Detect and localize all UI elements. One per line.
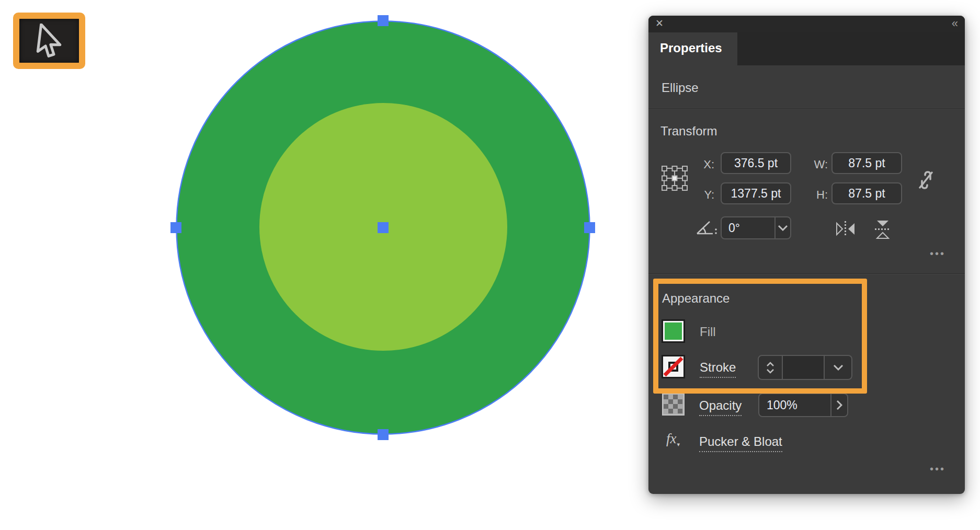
fill-color-swatch[interactable]	[662, 319, 685, 343]
divider	[648, 273, 965, 274]
selection-handle-center[interactable]	[378, 222, 389, 233]
collapse-panel-icon[interactable]: «	[952, 17, 958, 30]
stroke-weight-value[interactable]	[783, 356, 824, 379]
unlink-proportions-icon[interactable]	[914, 168, 938, 192]
reference-point-locator[interactable]	[662, 166, 688, 191]
selection-tool-button[interactable]	[19, 19, 79, 63]
selection-handle-top[interactable]	[378, 15, 389, 26]
appearance-section-title: Appearance	[662, 291, 730, 306]
stroke-weight-dropdown-icon[interactable]	[825, 356, 851, 379]
flip-horizontal-icon[interactable]	[836, 221, 856, 237]
h-field-label: H:	[805, 188, 828, 202]
x-field-label: X:	[694, 158, 714, 171]
stroke-weight-widget[interactable]	[758, 355, 852, 380]
rotation-angle-icon	[696, 221, 718, 235]
transform-more-options-button[interactable]: •••	[930, 248, 945, 260]
close-icon[interactable]: ✕	[655, 17, 664, 29]
height-input[interactable]: 87.5 pt	[831, 182, 902, 204]
fx-effect-icon[interactable]: fx▾	[666, 431, 680, 448]
selection-handle-bottom[interactable]	[378, 429, 389, 440]
properties-panel: ✕ « Properties Ellipse Transform X: 376.…	[648, 16, 965, 494]
rotation-angle-value: 0°	[722, 217, 774, 238]
divider	[648, 109, 965, 110]
stroke-weight-stepper[interactable]	[759, 356, 782, 379]
panel-header-bar: ✕ «	[648, 16, 965, 32]
effect-pucker-bloat-link[interactable]: Pucker & Bloat	[699, 434, 782, 452]
tab-properties[interactable]: Properties	[648, 32, 737, 65]
appearance-more-options-button[interactable]: •••	[930, 463, 945, 475]
width-input[interactable]: 87.5 pt	[831, 152, 902, 174]
selected-object-type: Ellipse	[662, 80, 699, 95]
tab-properties-label: Properties	[660, 41, 722, 55]
w-field-label: W:	[805, 158, 828, 171]
stroke-color-swatch[interactable]	[662, 355, 685, 378]
panel-tabstrip: Properties	[648, 32, 965, 65]
opacity-value[interactable]: 100%	[759, 394, 830, 416]
opacity-widget[interactable]: 100%	[758, 393, 848, 417]
opacity-checkerboard-swatch[interactable]	[662, 393, 685, 416]
selection-cursor-icon	[33, 24, 65, 58]
y-input[interactable]: 1377.5 pt	[721, 182, 791, 204]
selection-handle-right[interactable]	[584, 222, 595, 233]
opacity-label[interactable]: Opacity	[699, 398, 742, 416]
flip-vertical-icon[interactable]	[875, 220, 891, 239]
x-input[interactable]: 376.5 pt	[721, 152, 791, 174]
stroke-none-icon	[663, 356, 683, 377]
selection-tool-highlight	[13, 13, 85, 69]
selection-handle-left[interactable]	[170, 222, 181, 233]
transform-section-title: Transform	[660, 124, 717, 139]
rotation-angle-dropdown[interactable]: 0°	[721, 216, 791, 239]
fill-label: Fill	[700, 325, 716, 339]
chevron-down-icon[interactable]	[776, 217, 790, 238]
y-field-label: Y:	[694, 188, 714, 202]
chevron-right-icon[interactable]	[831, 394, 847, 416]
stroke-label[interactable]: Stroke	[700, 360, 736, 378]
